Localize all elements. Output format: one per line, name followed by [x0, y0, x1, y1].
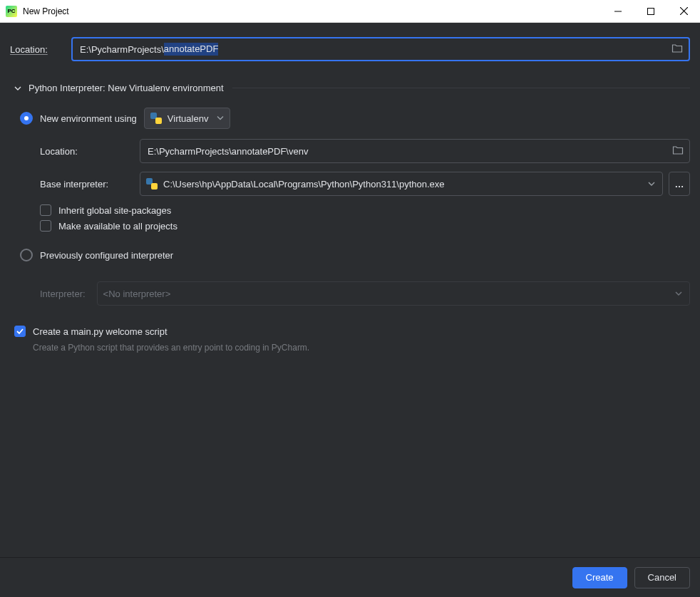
dialog-footer: Create Cancel [0, 557, 700, 597]
previously-configured-label: Previously configured interpreter [40, 250, 173, 261]
window-title: New Project [23, 6, 69, 16]
chevron-down-icon [217, 113, 224, 124]
welcome-script-hint: Create a Python script that provides an … [33, 343, 690, 353]
env-location-value: E:\PycharmProjects\annotatePDF\venv [148, 146, 308, 157]
interpreter-combo: <No interpreter> [97, 281, 690, 306]
base-interpreter-value: C:\Users\hp\AppData\Local\Programs\Pytho… [163, 179, 445, 190]
minimize-button[interactable] [602, 0, 634, 23]
inherit-global-label: Inherit global site-packages [58, 205, 171, 216]
make-available-checkbox[interactable] [40, 220, 51, 232]
python-icon [150, 113, 162, 124]
chevron-down-icon [675, 289, 682, 299]
close-button[interactable] [667, 0, 700, 23]
location-prefix: E:\PycharmProjects\ [80, 44, 164, 55]
new-environment-label: New environment using [40, 113, 137, 124]
create-button[interactable]: Create [572, 567, 627, 588]
env-location-label: Location: [40, 146, 140, 157]
make-available-label: Make available to all projects [58, 221, 177, 232]
divider [232, 88, 690, 88]
ellipsis-icon: … [675, 179, 684, 190]
folder-icon[interactable] [672, 145, 684, 158]
maximize-button[interactable] [634, 0, 667, 23]
folder-icon[interactable] [671, 43, 683, 56]
python-icon [146, 178, 158, 190]
interpreter-section-title: Python Interpreter: New Virtualenv envir… [29, 83, 224, 93]
titlebar: PC New Project [0, 0, 700, 23]
pycharm-icon: PC [6, 6, 17, 17]
new-environment-radio[interactable] [20, 112, 33, 125]
previously-configured-radio[interactable] [20, 249, 33, 261]
env-tool-value: Virtualenv [168, 113, 209, 124]
location-selected-text: annotatePDF [164, 43, 219, 56]
welcome-script-checkbox[interactable] [14, 326, 26, 337]
chevron-down-icon [648, 179, 655, 190]
svg-rect-1 [648, 8, 654, 14]
interpreter-label: Interpreter: [40, 289, 86, 299]
project-location-input[interactable]: E:\PycharmProjects\annotatePDF [71, 37, 690, 61]
env-tool-combo[interactable]: Virtualenv [144, 108, 231, 129]
chevron-down-icon [10, 85, 29, 92]
location-label: Location: [10, 44, 71, 55]
env-location-input[interactable]: E:\PycharmProjects\annotatePDF\venv [140, 139, 690, 163]
base-interpreter-label: Base interpreter: [40, 179, 140, 190]
cancel-button[interactable]: Cancel [634, 567, 690, 588]
interpreter-section-header[interactable]: Python Interpreter: New Virtualenv envir… [10, 83, 690, 96]
interpreter-value: <No interpreter> [103, 289, 171, 299]
welcome-script-label: Create a main.py welcome script [33, 326, 168, 337]
browse-button[interactable]: … [669, 172, 690, 196]
inherit-global-checkbox[interactable] [40, 204, 51, 216]
base-interpreter-combo[interactable]: C:\Users\hp\AppData\Local\Programs\Pytho… [140, 172, 663, 196]
